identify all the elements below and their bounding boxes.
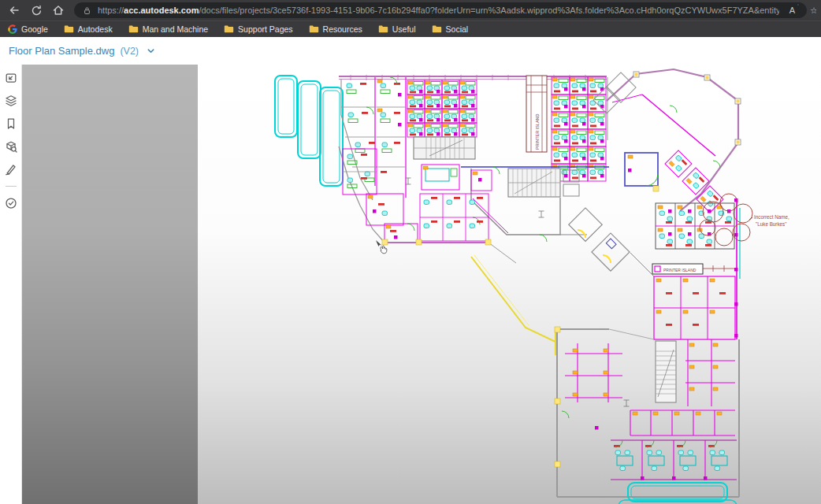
printer-island-top-label: PRINTER ISLAND <box>535 113 540 150</box>
bookmark-support-pages[interactable]: Support Pages <box>224 24 292 34</box>
bookmarks-panel-button[interactable] <box>3 116 19 132</box>
folder-icon <box>224 24 234 34</box>
cubicle-bank-east <box>653 186 734 249</box>
bookmark-label: Man and Machine <box>143 24 208 34</box>
clipped-toolbar-icon[interactable]: ☆ <box>810 6 816 16</box>
bookmark-label: Google <box>21 24 48 34</box>
bookmark-google[interactable]: Google <box>8 24 48 34</box>
folder-icon <box>432 24 442 34</box>
document-header: Floor Plan Sample.dwg (V2) <box>0 37 821 65</box>
chevron-down-icon <box>147 46 155 55</box>
folder-icon <box>128 24 139 34</box>
revision-cloud-markup[interactable]: Incorrect Name, "Luke Burkes" <box>700 194 789 246</box>
south-wing <box>555 327 739 504</box>
bookmark-label: Resources <box>323 24 362 34</box>
folder-icon <box>378 24 388 34</box>
browser-toolbar: https://acc.autodesk.com/docs/files/proj… <box>0 0 821 20</box>
refresh-button[interactable] <box>27 2 46 19</box>
office-grid-east <box>654 276 735 339</box>
issues-button[interactable] <box>3 195 19 211</box>
document-title: Floor Plan Sample.dwg <box>9 45 114 57</box>
sheets-panel-button[interactable] <box>3 70 19 86</box>
bookmarks-bar: Google Autodesk Man and Machine Support … <box>0 20 821 37</box>
printer-island-right: PRINTER ISLAND <box>652 264 735 274</box>
back-button[interactable] <box>5 2 24 19</box>
cubicle-bank-north <box>407 80 477 137</box>
markup-text-line2: "Luke Burkes" <box>756 221 786 227</box>
cubicle-bank-northeast <box>552 77 607 181</box>
floor-plan-drawing: PRINTER ISLAND <box>272 68 804 504</box>
staircase-north <box>414 137 475 159</box>
model-search-button[interactable] <box>3 139 19 154</box>
viewer-main: PRINTER ISLAND <box>0 65 821 504</box>
bookmark-autodesk[interactable]: Autodesk <box>64 24 113 34</box>
markup-text-line1: Incorrect Name, <box>754 214 789 220</box>
bookmark-label: Social <box>446 24 469 34</box>
bookmark-useful[interactable]: Useful <box>378 24 416 34</box>
layers-icon <box>5 94 17 107</box>
bookmark-label: Useful <box>392 24 416 34</box>
url-text: https://acc.autodesk.com/docs/files/proj… <box>98 6 779 15</box>
northeast-wing <box>593 69 741 213</box>
bookmark-resources[interactable]: Resources <box>309 24 362 34</box>
google-logo-icon <box>8 24 17 34</box>
read-aloud-button[interactable]: Aʾ <box>789 6 799 15</box>
rail-divider <box>6 186 17 187</box>
drawing-canvas[interactable]: PRINTER ISLAND <box>198 65 821 504</box>
bookmark-label: Support Pages <box>238 24 292 34</box>
midwest-offices <box>339 146 516 263</box>
issues-check-icon <box>5 197 17 209</box>
sheets-panel-icon <box>5 72 17 84</box>
folder-icon <box>309 24 319 34</box>
atrium-edge <box>471 255 555 355</box>
bookmark-label: Autodesk <box>78 24 113 34</box>
printer-island-corridor: PRINTER ISLAND <box>526 76 547 152</box>
printer-island-right-label: PRINTER ISLAND <box>663 268 697 272</box>
folder-icon <box>64 24 74 34</box>
markup-pen-icon <box>5 163 17 176</box>
home-button[interactable] <box>49 2 68 19</box>
model-search-icon <box>5 140 17 153</box>
viewer-tool-rail <box>0 65 22 504</box>
address-bar[interactable]: https://acc.autodesk.com/docs/files/proj… <box>74 2 807 18</box>
layers-button[interactable] <box>3 93 19 109</box>
refresh-icon <box>31 5 43 17</box>
markup-button[interactable] <box>3 161 19 177</box>
back-arrow-icon <box>8 4 20 17</box>
collapsed-side-panel[interactable] <box>22 65 199 504</box>
document-version: (V2) <box>120 46 139 57</box>
terrace-structures <box>275 76 343 186</box>
home-icon <box>52 4 65 17</box>
lock-icon <box>82 6 92 16</box>
bookmark-social[interactable]: Social <box>432 24 469 34</box>
bookmark-man-and-machine[interactable]: Man and Machine <box>128 24 208 34</box>
bookmark-icon <box>5 117 17 130</box>
version-dropdown-button[interactable] <box>147 46 155 55</box>
